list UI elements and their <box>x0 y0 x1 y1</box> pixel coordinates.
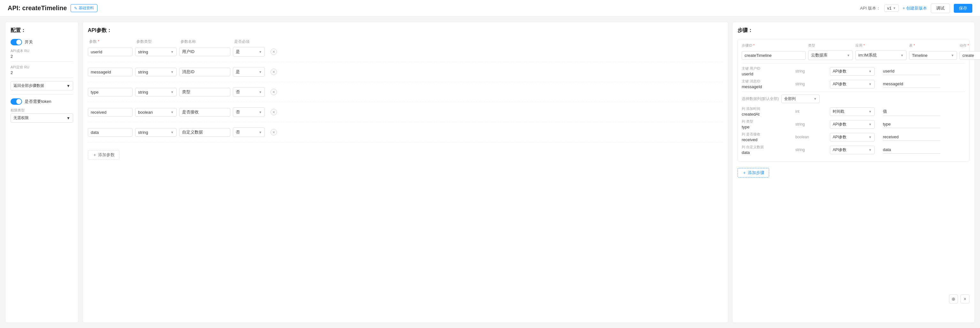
chevron-down-icon: ▼ <box>170 110 174 114</box>
chevron-down-icon: ▼ <box>259 110 262 114</box>
param-type-select-3[interactable]: string▼ <box>135 88 177 96</box>
remove-param-1-button[interactable]: × <box>270 49 277 55</box>
plus-icon: ＋ <box>742 170 746 176</box>
debug-button[interactable]: 调试 <box>931 3 950 13</box>
params-column-headers: 参数 * 参数类型 参数名称 是否必须 <box>88 39 723 45</box>
add-step-button[interactable]: ＋ 添加步骤 <box>738 168 769 178</box>
permission-select[interactable]: 无需权限 ▼ <box>11 113 73 123</box>
param-group-4: boolean▼ 否▼ × <box>88 107 723 122</box>
header: API: createTimeline ✎ 基础资料 API 版本： v1 ▼ … <box>0 0 980 17</box>
remove-param-4-button[interactable]: × <box>270 109 277 115</box>
param-required-select-5[interactable]: 否▼ <box>233 127 265 137</box>
header-right: API 版本： v1 ▼ + 创建新版本 调试 保存 <box>860 3 972 13</box>
step-remove-icon-button[interactable]: × <box>961 295 969 303</box>
steps-panel: 步骤： 步骤ID * 类型 应用 * 表 * 动作 * 并行 条件 云数据库▼ … <box>732 22 975 323</box>
param-required-select-3[interactable]: 否▼ <box>233 87 265 97</box>
step-table-select[interactable]: Timeline▼ <box>909 51 957 60</box>
token-toggle[interactable] <box>11 99 22 105</box>
edit-icon: ✎ <box>74 6 77 11</box>
param-input-2[interactable] <box>88 68 132 76</box>
remove-param-2-button[interactable]: × <box>270 68 277 75</box>
param-row-4: boolean▼ 否▼ × <box>88 107 723 117</box>
api-version-label: API 版本： <box>860 5 881 11</box>
main-key-msg-label: 主键 消息ID <box>742 79 793 84</box>
col-created-at-value: 值 <box>883 107 940 116</box>
param-group-5: string▼ 否▼ × <box>88 127 723 142</box>
chevron-down-icon: ▼ <box>170 91 174 94</box>
param-required-select-1[interactable]: 是▼ <box>233 47 265 57</box>
col-received-label: 列 是否接收 <box>742 132 793 137</box>
chevron-down-icon: ▼ <box>869 110 872 113</box>
api-params-panel: API参数： 参数 * 参数类型 参数名称 是否必须 string▼ 是▼ × <box>83 22 728 323</box>
api-price-value: 2 <box>11 70 73 78</box>
edit-basic-info-button[interactable]: ✎ 基础资料 <box>71 4 97 12</box>
chevron-down-icon: ▼ <box>869 70 872 73</box>
col-type-type: string <box>795 122 827 126</box>
chevron-down-icon: ▼ <box>869 83 872 86</box>
return-data-select[interactable]: 返回全部步骤数据 ▼ <box>11 81 73 91</box>
version-select[interactable]: v1 ▼ <box>884 5 899 12</box>
col-created-at-name: createdAt <box>742 112 793 116</box>
step-id-input[interactable] <box>742 51 806 60</box>
param-type-select-4[interactable]: boolean▼ <box>135 108 177 116</box>
step-action-select[interactable]: create▼ <box>959 51 980 60</box>
columns-label: 选择数据列(默认全部) <box>742 96 779 102</box>
param-required-select-4[interactable]: 否▼ <box>233 107 265 117</box>
api-cost-value: 2 <box>11 54 73 62</box>
param-type-select-5[interactable]: string▼ <box>135 128 177 137</box>
param-name-input-4[interactable] <box>179 108 230 116</box>
main-key-msg-source-select[interactable]: API参数▼ <box>830 80 875 88</box>
api-price-label: API定价 RU <box>11 65 73 70</box>
param-row-1: string▼ 是▼ × <box>88 47 723 57</box>
param-name-input-3[interactable] <box>179 88 230 96</box>
api-cost-label: API成本 RU <box>11 49 73 53</box>
chevron-down-icon: ▼ <box>814 97 817 100</box>
col-type-source-select[interactable]: API参数▼ <box>830 120 875 129</box>
main-key-user-source-select[interactable]: API参数▼ <box>830 67 875 76</box>
switch-toggle[interactable] <box>11 39 22 45</box>
chevron-down-icon: ▼ <box>847 54 850 57</box>
param-name-input-1[interactable] <box>179 48 230 56</box>
param-input-1[interactable] <box>88 48 132 56</box>
param-input-4[interactable] <box>88 108 132 116</box>
add-param-button[interactable]: ＋ 添加参数 <box>88 150 119 160</box>
param-row-3: string▼ 否▼ × <box>88 87 723 97</box>
param-row-5: string▼ 否▼ × <box>88 127 723 137</box>
param-type-select-2[interactable]: string▼ <box>135 68 177 76</box>
col-data-source-select[interactable]: API参数▼ <box>830 146 875 154</box>
param-input-3[interactable] <box>88 88 132 96</box>
step-type-select[interactable]: 云数据库▼ <box>808 51 853 60</box>
param-name-input-5[interactable] <box>179 128 230 137</box>
columns-select[interactable]: 全部列▼ <box>781 94 820 103</box>
page-title: API: createTimeline <box>8 5 67 12</box>
switch-row: 开关 <box>11 39 73 45</box>
remove-param-3-button[interactable]: × <box>270 89 277 95</box>
chevron-down-icon: ▼ <box>259 131 262 134</box>
col-received-value: received <box>883 133 940 141</box>
param-type-select-1[interactable]: string▼ <box>135 48 177 56</box>
chevron-down-icon: ▼ <box>259 50 262 54</box>
remove-param-5-button[interactable]: × <box>270 129 277 135</box>
chevron-down-icon: ▼ <box>900 54 904 57</box>
main-key-user-value: userId <box>883 67 940 75</box>
main-key-msg-name: messageId <box>742 84 793 89</box>
col-received-source-select[interactable]: API参数▼ <box>830 133 875 142</box>
columns-select-row: 选择数据列(默认全部) 全部列▼ <box>742 94 965 103</box>
switch-label: 开关 <box>25 39 33 45</box>
chevron-down-icon: ▼ <box>170 70 174 74</box>
save-button[interactable]: 保存 <box>954 4 972 13</box>
create-version-link[interactable]: + 创建新版本 <box>903 5 927 11</box>
permission-label: 权限类型 <box>11 108 73 113</box>
chevron-down-icon: ▼ <box>170 50 174 54</box>
param-input-5[interactable] <box>88 128 132 137</box>
chevron-down-icon: ▼ <box>951 54 954 57</box>
param-name-input-2[interactable] <box>179 68 230 76</box>
param-required-select-2[interactable]: 是▼ <box>233 67 265 76</box>
chevron-down-icon: ▼ <box>869 148 872 152</box>
step-actions: ⊕ × <box>949 295 969 303</box>
step-app-select[interactable]: im:IM系统▼ <box>856 51 907 60</box>
token-row: 是否需要token <box>11 99 73 105</box>
col-created-at-source-select[interactable]: 时间戳▼ <box>830 107 875 116</box>
main-key-msg-value: messageId <box>883 80 940 88</box>
step-add-icon-button[interactable]: ⊕ <box>949 295 958 303</box>
